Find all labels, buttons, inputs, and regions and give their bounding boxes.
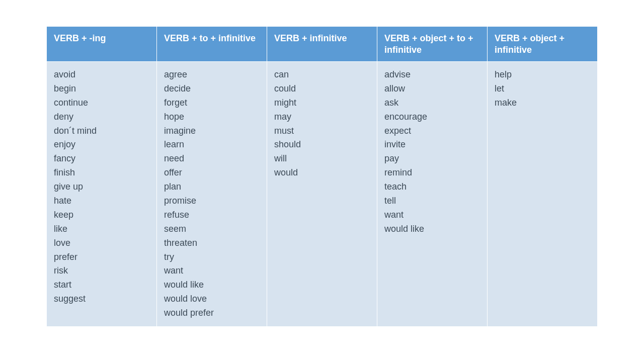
col-cell-object-infinitive: help let make xyxy=(488,62,598,327)
col-header-object-to-infinitive: VERB + object + to + infinitive xyxy=(377,27,488,62)
verb-pattern-table: VERB + -ing VERB + to + infinitive VERB … xyxy=(46,26,598,327)
col-cell-object-to-infinitive: advise allow ask encourage expect invite… xyxy=(377,62,488,327)
col-header-ing: VERB + -ing xyxy=(47,27,157,62)
col-header-infinitive: VERB + infinitive xyxy=(267,27,377,62)
col-cell-to-infinitive: agree decide forget hope imagine learn n… xyxy=(157,62,267,327)
col-header-to-infinitive: VERB + to + infinitive xyxy=(157,27,267,62)
col-cell-infinitive: can could might may must should will wou… xyxy=(267,62,377,327)
col-cell-ing: avoid begin continue deny don´t mind enj… xyxy=(47,62,157,327)
col-header-object-infinitive: VERB + object + infinitive xyxy=(488,27,598,62)
